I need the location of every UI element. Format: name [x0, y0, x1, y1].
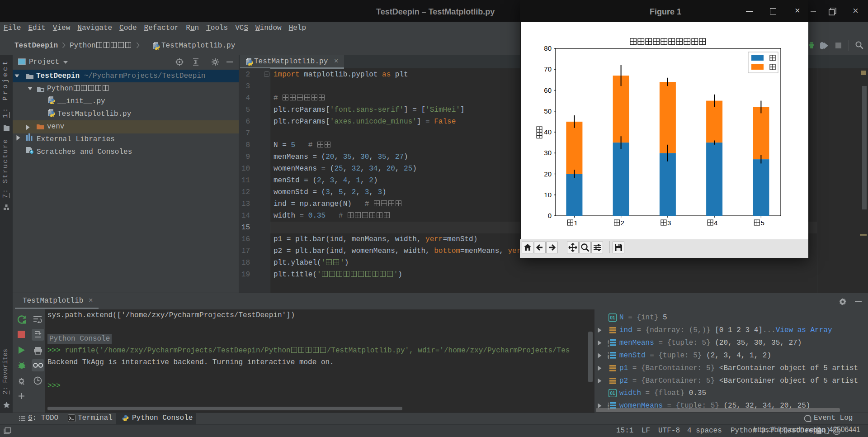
- svg-text:0: 0: [548, 212, 552, 219]
- svg-text:2: 2: [621, 219, 624, 227]
- svg-text:20: 20: [544, 170, 552, 178]
- svg-text:3: 3: [608, 344, 609, 347]
- svg-text:1: 1: [574, 219, 577, 227]
- svg-text:01: 01: [610, 315, 615, 320]
- svg-text:10: 10: [544, 191, 552, 199]
- svg-text:40: 40: [544, 128, 552, 136]
- svg-text:01: 01: [610, 391, 615, 396]
- svg-text:50: 50: [544, 107, 552, 115]
- svg-text:70: 70: [544, 65, 552, 73]
- svg-text:3: 3: [608, 357, 609, 359]
- svg-text:80: 80: [544, 44, 552, 52]
- svg-text:3: 3: [667, 219, 671, 227]
- svg-text:30: 30: [544, 149, 552, 157]
- svg-text:60: 60: [544, 86, 552, 94]
- svg-text:4: 4: [714, 219, 717, 227]
- svg-text:5: 5: [760, 219, 764, 227]
